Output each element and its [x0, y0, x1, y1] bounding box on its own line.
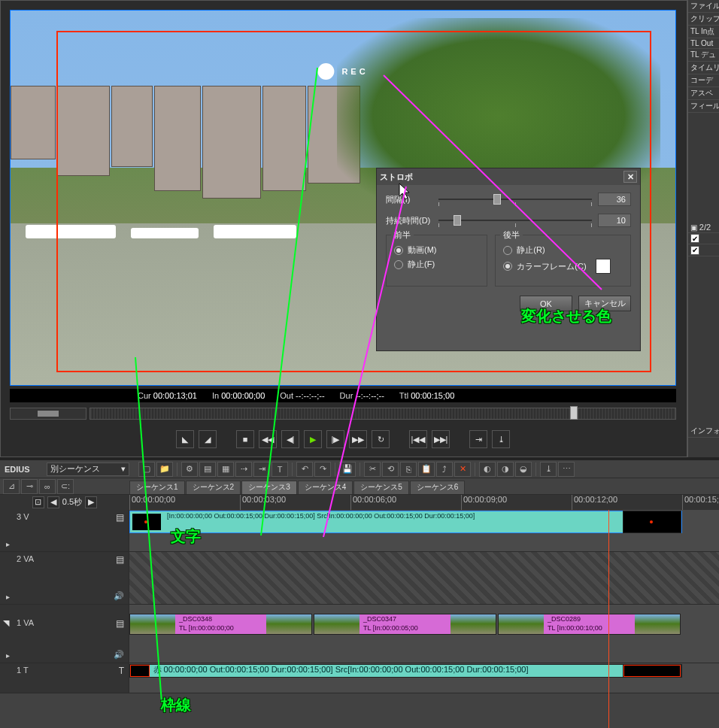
expand-icon[interactable]: ▸: [6, 540, 10, 548]
seq-tab-1[interactable]: シーケンス1: [129, 481, 185, 494]
tool-new[interactable]: ▢: [138, 462, 155, 477]
video-icon: ▤: [116, 618, 124, 629]
tool-c[interactable]: ⇢: [235, 462, 252, 477]
scrub-track[interactable]: [89, 408, 676, 420]
track-t1-header[interactable]: 1 T T: [0, 663, 129, 693]
audio-icon: 🔊: [114, 650, 124, 660]
tool-undo[interactable]: ↶: [296, 462, 313, 477]
mode-c[interactable]: ∞: [39, 479, 56, 494]
zoom-level: 0.5秒: [62, 496, 82, 508]
tool-d[interactable]: ⇥: [253, 462, 270, 477]
still-r-radio[interactable]: 静止(R): [503, 244, 623, 256]
seq-tab-5[interactable]: シーケンス5: [353, 481, 409, 494]
tool-fx3[interactable]: ◒: [515, 462, 532, 477]
scrub-thumb[interactable]: [570, 406, 578, 420]
expand-icon[interactable]: ▸: [6, 593, 10, 601]
ok-button[interactable]: OK: [520, 296, 572, 311]
tool-fx2[interactable]: ◑: [497, 462, 514, 477]
track-va2-content[interactable]: [129, 552, 719, 604]
track-va1-header[interactable]: ◥ 1 VA ▤ ▸ 🔊: [0, 605, 129, 663]
still-f-radio[interactable]: 静止(F): [394, 259, 479, 270]
track-va2-header[interactable]: 2 VA ▤ ▸ 🔊: [0, 552, 129, 604]
track-va1: ◥ 1 VA ▤ ▸ 🔊 _DSC0348 TL [In:00:00:00;00…: [0, 605, 719, 663]
tool-ripple[interactable]: ⟲: [382, 462, 399, 477]
tool-replace[interactable]: ⤴: [436, 462, 453, 477]
side-tlout: TL Out: [688, 38, 719, 49]
step-back-button[interactable]: ◀|: [281, 430, 299, 448]
colorframe-radio[interactable]: カラーフレーム(C): [503, 259, 623, 274]
zoom-control: ⊡ ◀ 0.5秒 ▶: [0, 495, 129, 510]
seq-tab-3[interactable]: シーケンス3: [241, 481, 297, 494]
ffwd-button[interactable]: ▶▶: [349, 430, 367, 448]
insert-button[interactable]: ⇥: [469, 430, 487, 448]
mode-a[interactable]: ⊿: [3, 479, 20, 494]
tool-more[interactable]: ⋯: [558, 462, 575, 477]
clip-frame-thumb: [130, 665, 150, 677]
track-va1-content[interactable]: _DSC0348 TL [In:00:00:00;00 _DSC0347 TL …: [129, 605, 719, 663]
first-half-label: 前半: [391, 229, 414, 241]
mode-b[interactable]: ⊸: [21, 479, 38, 494]
tool-cfg[interactable]: ⚙: [181, 462, 198, 477]
clip-rec-thumb2[interactable]: [623, 511, 681, 533]
zoom-in[interactable]: ▶: [85, 496, 97, 508]
clip-dsc0347[interactable]: _DSC0347 TL [In:00:00:05;00: [314, 614, 496, 635]
clip-frame-title[interactable]: 赤 00:00:00;00 Out:00:00:15;00 Dur:00:00:…: [129, 664, 682, 678]
track-sel-icon[interactable]: ◥: [3, 618, 9, 628]
scrub-mini[interactable]: [10, 408, 86, 420]
track-v3-header[interactable]: 3 V ▤ ▸: [0, 510, 129, 551]
tool-a[interactable]: ▤: [199, 462, 216, 477]
loop-button[interactable]: ↻: [372, 430, 390, 448]
mode-d[interactable]: ⊂:: [57, 479, 74, 494]
go-out-button[interactable]: ▶▶|: [432, 430, 450, 448]
rtick-12: 00:00:12;00: [572, 495, 617, 510]
tool-redo[interactable]: ↷: [314, 462, 331, 477]
step-fwd-button[interactable]: |▶: [326, 430, 344, 448]
track-v3-content[interactable]: [In:00:00:00;00 Out:00:00:15;00 Dur:00:0…: [129, 510, 719, 551]
color-swatch[interactable]: [596, 259, 611, 274]
track-t1-content[interactable]: 赤 00:00:00;00 Out:00:00:15;00 Dur:00:00:…: [129, 663, 719, 693]
movie-radio[interactable]: 動画(M): [394, 244, 479, 256]
stop-button[interactable]: ■: [236, 430, 254, 448]
interval-value[interactable]: 36: [598, 193, 631, 206]
tool-cut[interactable]: ✂: [364, 462, 381, 477]
set-out-button[interactable]: ◢: [199, 430, 217, 448]
tool-save[interactable]: 💾: [339, 462, 356, 477]
set-in-button[interactable]: ◣: [176, 430, 194, 448]
play-button[interactable]: ▶: [304, 430, 322, 448]
seq-tab-2[interactable]: シーケンス2: [186, 481, 241, 494]
clip-frame-thumb2[interactable]: [623, 664, 681, 678]
clip-dsc0289[interactable]: _DSC0289 TL [In:00:00:10;00: [498, 614, 681, 635]
tool-paste[interactable]: 📋: [418, 462, 435, 477]
duration-value[interactable]: 10: [598, 214, 631, 227]
tool-delete[interactable]: ✕: [454, 462, 471, 477]
interval-slider[interactable]: [438, 193, 592, 206]
seq-tab-4[interactable]: シーケンス4: [298, 481, 353, 494]
dialog-close-button[interactable]: ✕: [623, 171, 637, 183]
tool-copy[interactable]: ⎘: [400, 462, 417, 477]
rewind-button[interactable]: ◀◀: [259, 430, 277, 448]
overwrite-button[interactable]: ⤓: [492, 430, 510, 448]
tool-b[interactable]: ▦: [217, 462, 234, 477]
cancel-button[interactable]: キャンセル: [578, 296, 631, 311]
side-check2[interactable]: ✔: [688, 244, 719, 256]
sequence-dropdown[interactable]: 別シーケンス▾: [47, 463, 129, 476]
duration-slider[interactable]: [438, 214, 592, 227]
tool-exp[interactable]: ⤓: [540, 462, 557, 477]
expand-icon[interactable]: ▸: [6, 651, 10, 660]
tool-e[interactable]: T: [272, 462, 288, 477]
playhead[interactable]: [608, 510, 609, 728]
zoom-lock[interactable]: ⊡: [32, 496, 44, 508]
interval-label: 間隔(I): [386, 194, 432, 205]
tool-fx1[interactable]: ◐: [479, 462, 496, 477]
clip-rec-title[interactable]: [In:00:00:00;00 Out:00:00:15;00 Dur:00:0…: [129, 511, 682, 533]
rtick-3: 00:00:03;00: [240, 495, 286, 510]
go-in-button[interactable]: |◀◀: [409, 430, 427, 448]
tool-open[interactable]: 📁: [156, 462, 173, 477]
clip-dsc0348[interactable]: _DSC0348 TL [In:00:00:00;00: [129, 614, 312, 635]
time-ruler[interactable]: 00:00:00;00 00:00:03;00 00:00:06;00 00:0…: [129, 495, 719, 510]
zoom-out[interactable]: ◀: [47, 496, 59, 508]
dialog-titlebar[interactable]: ストロボ ✕: [377, 168, 640, 185]
audio-icon: 🔊: [114, 591, 124, 601]
side-check1[interactable]: ✔: [688, 233, 719, 244]
seq-tab-6[interactable]: シーケンス6: [410, 481, 466, 494]
